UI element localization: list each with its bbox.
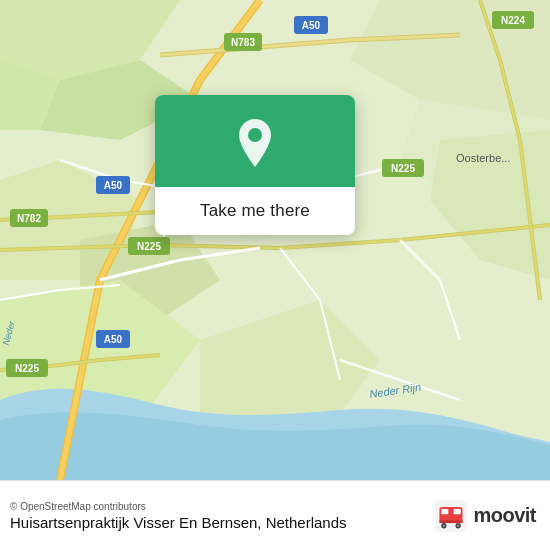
svg-text:Oosterbe...: Oosterbe... bbox=[456, 152, 510, 164]
moovit-logo[interactable]: moovit bbox=[435, 500, 536, 532]
svg-point-42 bbox=[457, 524, 460, 527]
svg-rect-38 bbox=[440, 520, 463, 523]
location-name: Huisartsenpraktijk Visser En Bernsen, Ne… bbox=[10, 514, 347, 531]
svg-text:A50: A50 bbox=[302, 20, 321, 31]
popup-top bbox=[155, 95, 355, 187]
popup-bottom: Take me there bbox=[155, 187, 355, 235]
svg-text:A50: A50 bbox=[104, 334, 123, 345]
svg-rect-37 bbox=[454, 508, 461, 513]
svg-text:N225: N225 bbox=[137, 241, 161, 252]
moovit-bus-icon bbox=[435, 500, 467, 532]
take-me-there-button[interactable]: Take me there bbox=[200, 201, 310, 221]
svg-point-41 bbox=[443, 524, 446, 527]
location-pin-icon bbox=[233, 117, 277, 169]
svg-text:N224: N224 bbox=[501, 15, 525, 26]
map-container: A50 N783 N224 A50 N782 N225 N225 A50 N22… bbox=[0, 0, 550, 480]
map-svg: A50 N783 N224 A50 N782 N225 N225 A50 N22… bbox=[0, 0, 550, 480]
svg-text:N225: N225 bbox=[391, 163, 415, 174]
svg-text:N782: N782 bbox=[17, 213, 41, 224]
svg-rect-36 bbox=[442, 508, 449, 513]
bottom-left: © OpenStreetMap contributors Huisartsenp… bbox=[10, 501, 347, 531]
attribution-text: © OpenStreetMap contributors bbox=[10, 501, 347, 512]
svg-text:N225: N225 bbox=[15, 363, 39, 374]
popup-card: Take me there bbox=[155, 95, 355, 235]
svg-text:N783: N783 bbox=[231, 37, 255, 48]
bottom-bar: © OpenStreetMap contributors Huisartsenp… bbox=[0, 480, 550, 550]
moovit-brand-text: moovit bbox=[473, 504, 536, 527]
svg-point-33 bbox=[248, 128, 262, 142]
svg-text:A50: A50 bbox=[104, 180, 123, 191]
